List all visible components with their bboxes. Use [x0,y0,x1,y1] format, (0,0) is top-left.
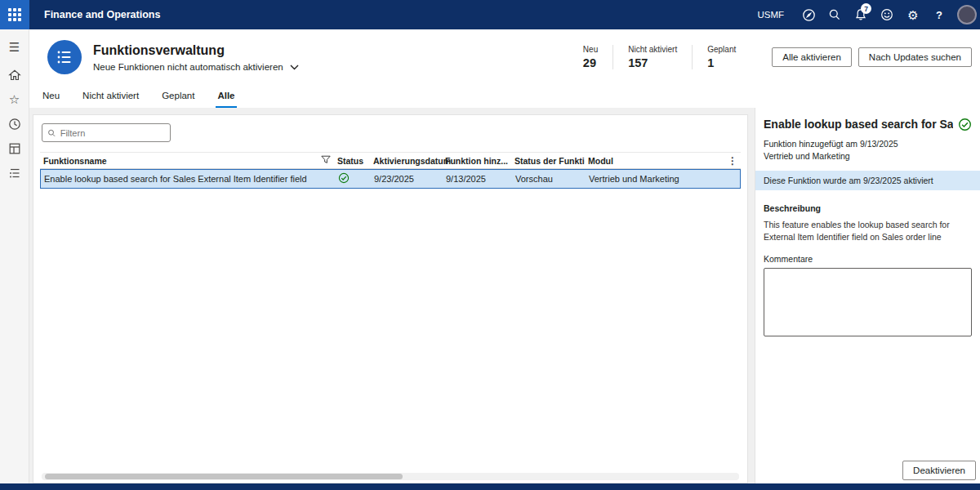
stat-value: 157 [628,56,677,69]
comments-label: Kommentare [764,254,972,264]
waffle-icon [8,8,21,21]
column-label: Funktionsname [43,156,107,166]
check-updates-button[interactable]: Nach Updates suchen [858,47,972,67]
app-title[interactable]: Finance and Operations [29,0,176,29]
sidebar-item-recent[interactable] [3,113,26,136]
tab-not-enabled[interactable]: Nicht aktiviert [81,91,140,108]
description-text: This feature enables the lookup based se… [764,219,972,243]
help-button[interactable]: ? [926,0,952,29]
details-enabled-check-icon [958,118,972,135]
feature-name: Enable lookup based search for Sales Ext… [44,174,307,184]
app-launcher-button[interactable] [0,0,29,29]
cell-funktion-hinzugefuegt: 9/13/2025 [443,174,512,184]
company-selector[interactable]: USMF [752,10,795,20]
column-label: Funktion hinz... [445,156,508,166]
clock-icon [8,118,21,131]
column-label: Status der Funktion [514,156,585,166]
column-label: Status [337,156,363,166]
comments-textarea[interactable] [764,268,972,336]
horizontal-scrollbar[interactable] [42,473,739,480]
details-added-date: Funktion hinzugefügt am 9/13/2025 [764,139,972,149]
environment-button[interactable] [795,0,822,29]
modules-icon [8,167,21,180]
top-navigation-bar: Finance and Operations USMF 7 ⚙ [0,0,980,29]
tab-scheduled[interactable]: Geplant [160,91,196,108]
filter-funnel-icon[interactable] [321,155,331,166]
disable-button[interactable]: Deaktivieren [902,461,976,480]
column-status-der-funktion[interactable]: Status der Funktion [511,156,585,166]
description-label: Beschreibung [764,203,972,213]
table-header-row: Funktionsname Status Aktivierungsdatum F… [40,152,741,169]
stat-label: Nicht aktiviert [628,45,677,54]
column-aktivierungsdatum[interactable]: Aktivierungsdatum [370,156,442,166]
feature-table: Funktionsname Status Aktivierungsdatum F… [40,152,741,189]
table-row[interactable]: Enable lookup based search for Sales Ext… [40,169,741,189]
tab-all[interactable]: Alle [216,91,236,108]
feature-grid-panel: Funktionsname Status Aktivierungsdatum F… [33,114,748,483]
feature-details-panel: Enable lookup based search for Sales ...… [755,108,980,483]
content-area: Funktionsname Status Aktivierungsdatum F… [29,108,980,483]
stat-new: Neu 29 [568,45,612,69]
filter-field [42,123,171,142]
column-status[interactable]: Status [334,156,370,166]
column-options-icon[interactable]: ⋮ [724,155,741,167]
column-funktion-hinzugefuegt[interactable]: Funktion hinz... ↓ [442,156,511,166]
feedback-button[interactable] [874,0,900,29]
navigation-sidebar: ☰ ☆ [0,29,29,483]
details-title: Enable lookup based search for Sales ... [764,118,953,131]
page-title: Funktionsverwaltung [93,43,299,58]
feature-counts: Neu 29 Nicht aktiviert 157 Geplant 1 [568,41,751,74]
topbar-actions: USMF 7 ⚙ ? [752,0,980,29]
filter-search-icon [47,128,56,138]
hamburger-icon: ☰ [9,40,20,55]
column-modul[interactable]: Modul [585,156,724,166]
sidebar-item-modules[interactable] [3,162,26,185]
settings-button[interactable]: ⚙ [900,0,926,29]
expand-menu-button[interactable]: ☰ [3,36,26,59]
page-header: Funktionsverwaltung Neue Funktionen nich… [29,29,980,85]
details-module: Vertrieb und Marketing [764,151,972,161]
home-icon [8,69,21,82]
filter-input[interactable] [60,128,165,138]
sidebar-item-home[interactable] [3,64,26,87]
stat-scheduled: Geplant 1 [692,45,751,69]
sidebar-item-workspaces[interactable] [3,137,26,160]
sidebar-item-favorites[interactable]: ☆ [3,88,26,111]
enable-all-button[interactable]: Alle aktivieren [772,47,852,67]
cell-status [335,172,371,185]
workspaces-icon [8,142,21,155]
globe-icon [802,8,816,22]
bottom-bar [0,483,980,490]
notification-badge: 7 [861,3,871,14]
chevron-down-icon [290,62,299,72]
column-label: Modul [588,156,613,166]
star-icon: ☆ [9,92,20,107]
cell-aktivierungsdatum: 9/23/2025 [371,174,443,184]
column-funktionsname[interactable]: Funktionsname [40,155,334,166]
help-icon: ? [936,10,942,20]
stat-value: 1 [707,56,736,69]
notifications-button[interactable]: 7 [848,0,874,29]
stat-not-enabled: Nicht aktiviert 157 [612,45,692,69]
column-label: Aktivierungsdatum [373,156,451,166]
search-icon [828,8,841,21]
smiley-icon [880,8,893,21]
subtitle-label: Neue Funktionen nicht automatisch aktivi… [93,62,283,72]
auto-enable-dropdown[interactable]: Neue Funktionen nicht automatisch aktivi… [93,62,299,72]
stat-label: Geplant [707,45,736,54]
cell-status-der-funktion: Vorschau [512,174,586,184]
feature-management-icon [47,40,82,74]
tab-new[interactable]: Neu [41,91,61,108]
feature-tabs: Neu Nicht aktiviert Geplant Alle [29,85,980,108]
scrollbar-thumb[interactable] [45,474,403,479]
stat-label: Neu [583,45,598,54]
cell-modul: Vertrieb und Marketing [586,174,724,184]
search-button[interactable] [822,0,848,29]
user-avatar[interactable] [957,5,977,24]
activation-info-banner: Diese Funktion wurde am 9/23/2025 aktivi… [755,171,980,190]
gear-icon: ⚙ [907,9,918,21]
enabled-check-icon [338,172,350,185]
stat-value: 29 [583,56,598,69]
cell-funktionsname: Enable lookup based search for Sales Ext… [41,174,335,184]
